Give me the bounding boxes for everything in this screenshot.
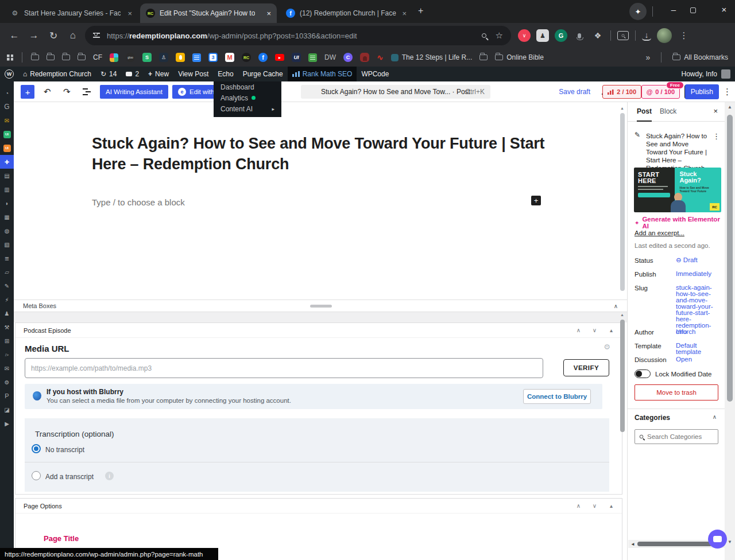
close-tab-icon[interactable]: × <box>266 9 271 18</box>
bookmark-cf[interactable]: CF <box>93 53 102 61</box>
move-up-icon[interactable]: ∧ <box>577 503 581 509</box>
ai-writing-assistant-button[interactable]: AI Writing Assistant <box>100 85 168 99</box>
purge-cache-menu[interactable]: Purge Cache <box>238 67 288 81</box>
downloads-icon[interactable]: ↓ <box>642 30 651 41</box>
document-actions-kebab-icon[interactable]: ⋮ <box>713 132 720 141</box>
keep-bookmark-icon[interactable] <box>176 53 185 62</box>
bookmark-star-icon[interactable]: ☆ <box>496 30 503 41</box>
menu-item-analytics[interactable]: Analytics <box>214 92 281 103</box>
redemption-bookmark-icon[interactable]: RC <box>242 53 251 62</box>
add-excerpt-link[interactable]: Add an excerpt... <box>635 230 684 236</box>
video-icon[interactable]: ▶ <box>0 417 14 430</box>
ui-orange-icon[interactable]: UI <box>0 141 14 155</box>
lock-modified-date-toggle[interactable] <box>635 370 651 378</box>
author-value[interactable]: Info <box>676 329 719 335</box>
collapse-chevron-icon[interactable]: ∧ <box>614 303 618 309</box>
wp-logo-menu[interactable]: W <box>0 67 18 81</box>
move-to-trash-button[interactable]: Move to trash <box>635 384 718 400</box>
content-ai-score-badge[interactable]: @0 / 100Free <box>641 85 680 99</box>
ui-bookmark-icon[interactable]: UI <box>292 53 301 62</box>
close-window-button[interactable]: × <box>714 5 734 14</box>
verify-button[interactable]: VERIFY <box>563 359 609 376</box>
back-button[interactable]: ← <box>5 30 24 41</box>
gear-icon[interactable]: ⚙ <box>0 375 14 389</box>
ui-green-icon[interactable]: UI <box>0 127 14 141</box>
menu-item-dashboard[interactable]: Dashboard <box>214 81 281 92</box>
generate-with-elementor-ai-link[interactable]: ✦ Generate with Elementor AI <box>635 216 725 230</box>
media-url-input[interactable] <box>25 358 543 378</box>
scroll-down-icon[interactable]: ▼ <box>728 539 732 545</box>
scroll-up-icon[interactable]: ▲ <box>620 106 624 110</box>
scrollbar-thumb[interactable] <box>620 113 625 291</box>
discussion-value[interactable]: Open <box>676 356 719 363</box>
slug-value[interactable]: stuck-again-how-to-see-and-move-toward-y… <box>676 285 719 335</box>
pages-icon[interactable]: ▥ <box>0 182 14 196</box>
search-icon[interactable] <box>482 33 486 38</box>
info-icon[interactable]: i <box>105 472 114 480</box>
wpcode-menu[interactable]: WPCode <box>357 67 393 81</box>
tab-edit-post[interactable]: RC Edit Post "Stuck Again? How to × <box>140 3 277 23</box>
pocket-extension-icon[interactable]: ∨ <box>518 29 531 42</box>
updates-menu[interactable]: ↻14 <box>96 67 121 81</box>
planning-center-bookmark-icon[interactable] <box>308 53 317 62</box>
pixel-icon[interactable]: P <box>0 389 14 403</box>
scrollbar-thumb[interactable] <box>620 320 625 432</box>
toggle-panel-icon[interactable]: ▴ <box>610 503 613 509</box>
reload-button[interactable]: ↻ <box>44 30 63 42</box>
folder-icon[interactable]: ▱ <box>0 265 14 279</box>
move-up-icon[interactable]: ∧ <box>577 327 581 333</box>
howdy-account-menu[interactable]: Howdy, Info <box>677 67 735 81</box>
close-tab-icon[interactable]: × <box>402 9 407 18</box>
code-icon[interactable]: /> <box>0 348 14 361</box>
site-settings-icon[interactable] <box>93 33 100 38</box>
site-name-menu[interactable]: ⌂Redemption Church <box>18 67 96 81</box>
circle-bookmark-icon[interactable]: C <box>343 53 353 62</box>
gloo-bookmark-icon[interactable]: gloo <box>126 53 135 62</box>
new-content-menu[interactable]: +New <box>144 67 173 81</box>
new-tab-button[interactable]: + <box>418 6 423 16</box>
list-view-icon[interactable] <box>83 88 91 95</box>
page-scrollbar[interactable]: ▲ ▼ <box>725 102 735 560</box>
command-palette[interactable]: Stuck Again? How to See and Move Tow... … <box>301 85 490 99</box>
editor-scrollbar[interactable]: ▲ ▲ <box>619 106 626 541</box>
plugins-icon[interactable]: ⚡ <box>0 293 14 306</box>
scrollbar-thumb[interactable] <box>637 542 712 546</box>
featured-image[interactable]: START HERE Stuck Again? How to See and M… <box>634 168 721 212</box>
template-value[interactable]: Default template <box>676 343 719 355</box>
connect-to-blubrry-button[interactable]: Connect to Blubrry <box>523 389 591 404</box>
slack-bookmark-icon[interactable] <box>110 53 118 62</box>
profile-avatar[interactable] <box>657 28 672 43</box>
podcast-settings-gear-icon[interactable]: ⚙ <box>604 343 610 351</box>
rank-math-score-badge[interactable]: 2 / 100 <box>602 85 641 99</box>
home-button[interactable]: ⌂ <box>63 30 83 41</box>
mail-icon[interactable]: ✉ <box>0 114 14 127</box>
browser-menu-kebab-icon[interactable]: ⋮ <box>678 29 690 42</box>
elementor-icon[interactable]: ▧ <box>0 238 14 251</box>
tab-post[interactable]: Post <box>637 102 652 122</box>
scroll-up-icon[interactable]: ▲ <box>620 313 624 317</box>
site-kit-icon[interactable]: G <box>0 100 14 114</box>
screen-search-icon[interactable] <box>617 31 629 40</box>
media-icon[interactable]: ▤ <box>0 169 14 182</box>
echo-menu[interactable]: Echo <box>213 67 238 81</box>
bookmark-online-bible[interactable]: Online Bible <box>495 53 544 61</box>
category-search-input[interactable] <box>647 433 705 440</box>
block-inserter-button[interactable]: + <box>531 196 541 205</box>
forward-button[interactable]: → <box>24 30 44 41</box>
close-tab-icon[interactable]: × <box>127 9 132 18</box>
status-value[interactable]: ⊖ Draft <box>676 257 719 263</box>
tools-icon[interactable]: ⚒ <box>0 320 14 334</box>
block-placeholder[interactable]: Type / to choose a block <box>92 197 185 207</box>
subsplash-bookmark-icon[interactable]: S <box>142 53 152 62</box>
address-bar[interactable]: https://redemptionplano.com/wp-admin/pos… <box>85 26 511 45</box>
templates-icon[interactable]: ≣ <box>0 251 14 265</box>
settings-icon[interactable]: ⊞ <box>0 334 14 348</box>
resize-handle[interactable] <box>310 305 332 308</box>
maximize-button[interactable] <box>690 7 696 13</box>
move-down-icon[interactable]: ∨ <box>593 327 597 333</box>
panel-header[interactable]: Page Options ∧ ∨ ▴ <box>16 499 622 514</box>
bookmark-12-steps[interactable]: The 12 Steps | Life R... <box>391 53 473 61</box>
all-bookmarks-button[interactable]: All Bookmarks <box>672 53 728 61</box>
redo-icon[interactable]: ↷ <box>63 87 71 97</box>
appearance-icon[interactable]: ✎ <box>0 279 14 293</box>
